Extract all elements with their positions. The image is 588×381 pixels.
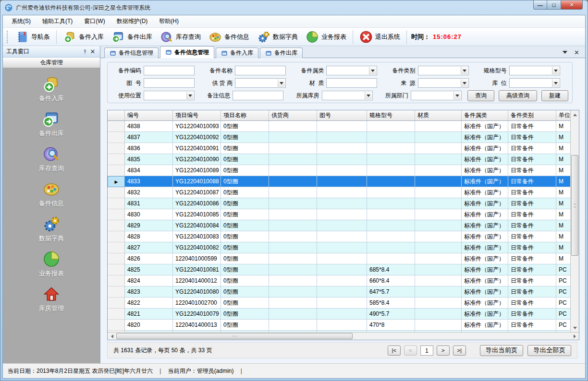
warehouse-dropdown[interactable] — [322, 91, 373, 100]
tab-parts-info-management-2[interactable]: 备件信息管理 — [160, 46, 214, 58]
cell-material — [415, 275, 462, 286]
scroll-left-button[interactable] — [108, 333, 116, 340]
advanced-search-button[interactable]: 高级查询 — [499, 90, 537, 101]
row-selector-cell — [108, 275, 125, 286]
horizontal-scroll-track[interactable] — [116, 333, 571, 340]
table-row[interactable]: 4829YG122040100840型圈标准件（国产）日常备件M — [108, 220, 570, 231]
sidebar-item-warehouse-management[interactable]: 库房管理 — [39, 285, 64, 313]
stock-in-button[interactable]: 备件入库 — [59, 29, 108, 45]
nav-bar-button[interactable]: 导航条 — [12, 29, 54, 45]
inventory-query-button[interactable]: 库存查询 — [156, 29, 205, 45]
table-row[interactable]: 4825YG122040100810型圈685*8.4标准件（国产）日常备件PC — [108, 264, 570, 275]
table-row[interactable]: 482012204014000130型圈470*8标准件（国产）日常备件PC — [108, 320, 570, 331]
scroll-down-button[interactable] — [571, 324, 579, 332]
table-row[interactable]: 4838YG122040100930型圈标准件（国产）日常备件M — [108, 121, 570, 132]
tab-stock-in[interactable]: 备件入库 — [216, 48, 258, 58]
menu-item[interactable]: 系统(S) — [6, 15, 37, 27]
table-row[interactable]: 4834YG122040100890型圈标准件（国产）日常备件M — [108, 165, 570, 176]
horizontal-scroll-thumb[interactable] — [116, 333, 353, 339]
column-header-project-code[interactable]: 项目编号 — [173, 110, 221, 120]
status-separator: ｜ — [239, 367, 245, 375]
sidebar-item-parts-info[interactable]: 备件信息 — [39, 180, 64, 208]
parts-info-button[interactable]: 备件信息 — [205, 29, 253, 45]
table-row[interactable]: ▶4833YG122040100880型圈标准件（国产）日常备件M — [108, 176, 570, 187]
menu-item[interactable]: 帮助(H) — [153, 15, 184, 27]
part-class-dropdown[interactable] — [418, 66, 469, 75]
drawing-no-input[interactable] — [144, 78, 195, 88]
table-row[interactable]: 4821YG122040100790型圈490*5.7标准件（国产）日常备件PC — [108, 309, 570, 320]
table-row[interactable]: 4823YG122040100800型圈647*5.7标准件（国产）日常备件PC — [108, 286, 570, 298]
table-row[interactable]: 482612204010005990型圈标准件（国产）日常备件M — [108, 253, 570, 264]
part-category-dropdown[interactable] — [326, 66, 377, 75]
tab-close-icon[interactable]: ✕ — [574, 49, 579, 56]
usage-position-dropdown[interactable] — [144, 91, 195, 100]
sidebar-group-title[interactable]: 仓库管理 — [3, 58, 100, 68]
page-number-input[interactable]: 1 — [420, 345, 433, 356]
menu-item[interactable]: 窗口(W) — [78, 15, 110, 27]
column-header-unit[interactable]: 单位 — [556, 110, 570, 120]
tab-stock-out[interactable]: 备件出库 — [260, 48, 303, 58]
toolbar-grip[interactable] — [7, 31, 9, 43]
column-header-project-name[interactable]: 项目名称 — [221, 110, 269, 120]
last-page-button[interactable]: >| — [453, 345, 466, 356]
stock-out-button[interactable]: 备件出库 — [108, 29, 156, 45]
part-code-input[interactable] — [144, 66, 195, 75]
minimize-button[interactable]: — — [533, 0, 547, 10]
sidebar-item-inventory-query[interactable]: 库存查询 — [39, 145, 64, 173]
maximize-button[interactable]: □ — [547, 0, 561, 10]
table-row[interactable]: 4832YG122040100870型圈标准件（国产）日常备件M — [108, 187, 570, 198]
table-row[interactable]: 4835YG122040100900型圈标准件（国产）日常备件M — [108, 154, 570, 165]
business-report-button[interactable]: 业务报表 — [302, 29, 350, 45]
sidebar-item-stock-in[interactable]: 备件入库 — [39, 75, 64, 103]
table-row[interactable]: 4827YG122040100820型圈标准件（国产）日常备件M — [108, 242, 570, 253]
menu-item[interactable]: 辅助工具(T) — [37, 15, 78, 27]
vertical-scroll-thumb[interactable] — [571, 155, 578, 256]
table-row[interactable]: 482412204014000120型圈660*8.4标准件（国产）日常备件PC — [108, 275, 570, 286]
scroll-right-button[interactable] — [571, 333, 579, 340]
close-button[interactable]: ✕ — [561, 0, 583, 10]
column-header-supplier[interactable]: 供货商 — [269, 110, 317, 120]
chevron-down-icon[interactable] — [563, 51, 567, 56]
table-row[interactable]: 4837YG122040100920型圈标准件（国产）日常备件M — [108, 132, 570, 143]
remark-input[interactable] — [233, 91, 283, 100]
tool-window-close-icon[interactable]: ✕ — [89, 48, 97, 56]
column-header-part-category[interactable]: 备件属类 — [462, 110, 508, 120]
part-name-input[interactable] — [235, 66, 286, 75]
export-all-pages-button[interactable]: 导出全部页 — [527, 345, 571, 356]
table-row[interactable]: 482212204010027000型圈585*8.4标准件（国产）日常备件PC — [108, 298, 570, 309]
material-input[interactable] — [326, 78, 377, 88]
column-header-spec-model[interactable]: 规格型号 — [367, 110, 415, 120]
menu-item[interactable]: 数据维护(D) — [111, 15, 154, 27]
vertical-scroll-track[interactable] — [571, 119, 579, 324]
exit-system-button[interactable]: 退出系统 — [355, 29, 404, 45]
new-button[interactable]: 新建 — [541, 90, 568, 101]
department-dropdown[interactable] — [411, 91, 462, 100]
table-row[interactable]: 4831YG122040100860型圈标准件（国产）日常备件M — [108, 198, 570, 209]
export-current-page-button[interactable]: 导出当前页 — [480, 345, 524, 356]
tab-parts-info-management-1[interactable]: 备件信息管理 — [104, 48, 159, 58]
location-dropdown[interactable] — [509, 78, 560, 88]
supplier-dropdown[interactable] — [235, 78, 286, 88]
scroll-up-button[interactable] — [571, 110, 579, 119]
sidebar-item-stock-out[interactable]: 备件出库 — [39, 110, 64, 138]
table-body: 4838YG122040100930型圈标准件（国产）日常备件M4837YG12… — [108, 121, 570, 332]
next-page-button[interactable]: > — [437, 345, 450, 356]
column-header-material[interactable]: 材质 — [415, 110, 462, 120]
table-row[interactable]: 4836YG122040100910型圈标准件（国产）日常备件M — [108, 143, 570, 154]
table-row[interactable]: 4830YG122040100850型圈标准件（国产）日常备件M — [108, 209, 570, 220]
column-header-drawing-no[interactable]: 图号 — [317, 110, 367, 120]
source-dropdown[interactable] — [418, 78, 469, 88]
search-button[interactable]: 查询 — [467, 90, 494, 101]
table-row[interactable]: 4828YG122040100830型圈标准件（国产）日常备件M — [108, 231, 570, 242]
column-header-id[interactable]: 编号 — [125, 110, 173, 120]
pager-bar: 共 1631 条记录，每页 50 条，共 33 页 |<<1>>| 导出当前页导… — [107, 342, 577, 358]
prev-page-button[interactable]: < — [404, 345, 417, 356]
spec-model-dropdown[interactable] — [509, 66, 560, 75]
sidebar-item-business-report[interactable]: 业务报表 — [39, 250, 64, 278]
first-page-button[interactable]: |< — [388, 345, 401, 356]
pin-icon[interactable] — [81, 48, 89, 56]
data-dictionary-button[interactable]: 数据字典 — [253, 29, 302, 45]
sidebar-item-data-dictionary[interactable]: 数据字典 — [39, 215, 64, 243]
cell-project-name: 0型圈 — [221, 286, 269, 298]
column-header-part-class[interactable]: 备件类别 — [508, 110, 556, 120]
